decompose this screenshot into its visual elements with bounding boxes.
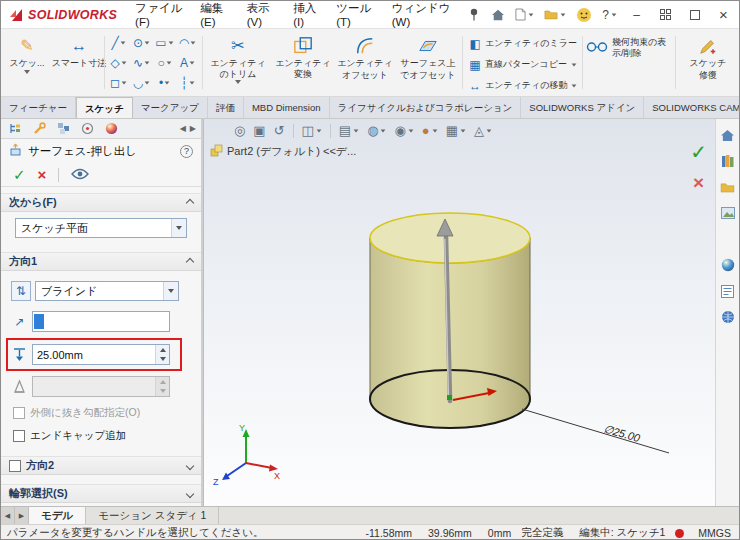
view-palette-icon[interactable] (719, 205, 737, 221)
section-direction1[interactable]: 方向1 (1, 252, 201, 271)
solidworks-forum-icon[interactable] (719, 309, 737, 325)
design-library-icon[interactable] (719, 153, 737, 169)
tab-features[interactable]: フィーチャー (1, 97, 76, 118)
new-document-button[interactable] (511, 3, 538, 27)
end-condition-dropdown[interactable]: ブラインド (35, 281, 179, 301)
mirror-entities-button[interactable]: ◧ エンティティのミラー (467, 34, 579, 53)
display-style-button[interactable]: ◍ (367, 123, 386, 138)
feature-tree-breadcrumb[interactable]: Part2 (デフォルト) <<デ... (210, 144, 356, 159)
direction-selection-box[interactable] (32, 311, 170, 332)
circle-tool-button[interactable]: ⊙ (130, 33, 153, 53)
tab-evaluate[interactable]: 評価 (208, 97, 244, 118)
custom-properties-icon[interactable] (719, 283, 737, 299)
depth-input[interactable]: 25.00mm (32, 344, 170, 365)
fillet-tool-button[interactable]: ◡ (130, 73, 153, 93)
tab-markup[interactable]: マークアップ (133, 97, 208, 118)
section-direction2[interactable]: 方向2 (1, 456, 201, 475)
section-view-button[interactable]: ◫ (302, 123, 322, 138)
from-dropdown[interactable]: スケッチ平面 (15, 218, 187, 238)
edit-appearance-button[interactable]: ● (422, 123, 438, 138)
offset-on-surface-button[interactable]: サーフェス上 でオフセット (396, 32, 460, 94)
cap-ends-checkbox[interactable] (13, 430, 25, 442)
repair-sketch-button[interactable]: スケッチ 修復 (679, 32, 737, 94)
spline-tool-button[interactable]: ∿ (130, 53, 153, 73)
linear-pattern-button[interactable]: ▦ 直線パターンコピー (467, 55, 579, 74)
view-settings-button[interactable]: ◬ (474, 123, 492, 138)
open-document-button[interactable] (540, 3, 570, 27)
pin-menubar-icon[interactable] (469, 8, 479, 21)
displaymanager-tab[interactable] (102, 121, 120, 137)
direction2-checkbox[interactable] (9, 460, 21, 472)
tab-solidworks-addins[interactable]: SOLIDWORKS アドイン (521, 97, 644, 118)
convert-entities-button[interactable]: エンティティ変換 (272, 32, 334, 94)
model-tab[interactable]: モデル (29, 507, 86, 524)
tab-lifecycle-collaboration[interactable]: ライフサイクルおよびコラボレーション (330, 97, 522, 118)
appearances-scenes-icon[interactable] (719, 257, 737, 273)
viewport-scene[interactable]: ∅25.00 Y X Z (204, 119, 717, 506)
confirm-ok-button[interactable]: ✓ (690, 143, 707, 161)
reverse-direction-button[interactable]: ⇅ (11, 281, 31, 301)
depth-spin-down-button[interactable] (156, 355, 169, 365)
pm-help-button[interactable]: ? (180, 145, 193, 158)
propertymanager-tab[interactable] (30, 121, 48, 137)
pm-preview-eye-button[interactable] (71, 168, 89, 182)
home-button[interactable] (487, 3, 509, 27)
minimize-button[interactable]: – (623, 2, 650, 28)
doc-tab-scroll-right-button[interactable]: ▶ (15, 507, 29, 524)
previous-view-button[interactable]: ↺ (274, 123, 285, 138)
draft-outward-checkbox[interactable] (13, 407, 25, 419)
propertymanager-header: サーフェス-押し出し ? (1, 139, 201, 163)
reference-triad: Y X Z (213, 423, 280, 487)
tab-mbd-dimension[interactable]: MBD Dimension (244, 97, 330, 118)
zoom-fit-button[interactable]: ◎ (234, 123, 245, 138)
dimxpertmanager-tab[interactable] (78, 121, 96, 137)
confirm-cancel-button[interactable]: × (693, 174, 704, 192)
section-selected-contours[interactable]: 輪郭選択(S) (1, 484, 201, 503)
section-from[interactable]: 次から(F) (1, 193, 201, 212)
pm-cancel-button[interactable]: × (38, 166, 47, 183)
trim-entities-button[interactable]: ✂ エンティティのトリム (206, 32, 270, 94)
point-tool-button[interactable]: • (153, 73, 176, 93)
diameter-dimension[interactable]: ∅25.00 (522, 409, 669, 453)
view-orientation-button[interactable]: ▤ (339, 123, 359, 138)
centerline-tool-button[interactable]: ┆ (176, 73, 199, 93)
tab-sketch[interactable]: スケッチ (76, 97, 133, 118)
graphics-area[interactable]: ∅25.00 Y X Z ◎ ▣ ↺ ◫ ▤ ◍ (204, 119, 717, 506)
smart-dimension-button[interactable]: ↔ スマート寸法 (53, 32, 105, 94)
doc-tab-scroll-left-button[interactable]: ◀ (1, 507, 15, 524)
solidworks-resources-icon[interactable] (719, 127, 737, 143)
tab-solidworks-cam[interactable]: SOLIDWORKS CAM (644, 97, 740, 118)
line-tool-button[interactable]: ╱ (107, 33, 130, 53)
sketch-button[interactable]: ✎ スケッ... (3, 32, 51, 94)
pm-ok-button[interactable]: ✓ (13, 166, 26, 184)
unit-system[interactable]: MMGS (698, 527, 731, 539)
arc-tool-button[interactable]: ◠ (176, 33, 199, 53)
configurationmanager-tab[interactable] (54, 121, 72, 137)
motion-study-tab[interactable]: モーション スタディ 1 (86, 507, 219, 524)
cylinder-top-face[interactable] (370, 213, 530, 263)
close-button[interactable]: × (710, 2, 737, 28)
zoom-to-area-button[interactable]: ▣ (253, 123, 265, 138)
offset-entities-button[interactable]: エンティティ オフセット (336, 32, 394, 94)
file-explorer-icon[interactable] (719, 179, 737, 195)
move-entities-button[interactable]: ↔ エンティティの移動 (467, 76, 579, 95)
status-red-indicator (675, 529, 684, 538)
depth-value[interactable]: 25.00mm (33, 345, 155, 364)
help-button[interactable]: ? (598, 3, 621, 27)
slot-tool-button[interactable]: ◻ (107, 73, 130, 93)
display-delete-relations-button[interactable]: 幾何拘束の表示/削除 (586, 37, 672, 58)
depth-spin-up-button[interactable] (156, 345, 169, 355)
text-tool-button[interactable]: A (176, 53, 199, 73)
hide-show-items-button[interactable]: ◉ (394, 123, 413, 138)
brand-text: SOLIDWORKS (28, 8, 117, 22)
maximize-button[interactable] (681, 2, 708, 28)
apply-scene-button[interactable]: ▦ (446, 123, 466, 138)
rectangle-tool-button[interactable]: ▭ (153, 33, 176, 53)
featuremanager-tab[interactable] (6, 121, 24, 137)
pane-scroll-left-button[interactable]: ◀ (180, 124, 186, 133)
ellipse-tool-button[interactable]: ○ (153, 53, 176, 73)
polygon-tool-button[interactable]: ◇ (107, 53, 130, 73)
window-layout-button[interactable] (652, 2, 679, 28)
user-avatar[interactable] (572, 3, 596, 27)
pane-scroll-right-button[interactable]: ▶ (190, 124, 196, 133)
